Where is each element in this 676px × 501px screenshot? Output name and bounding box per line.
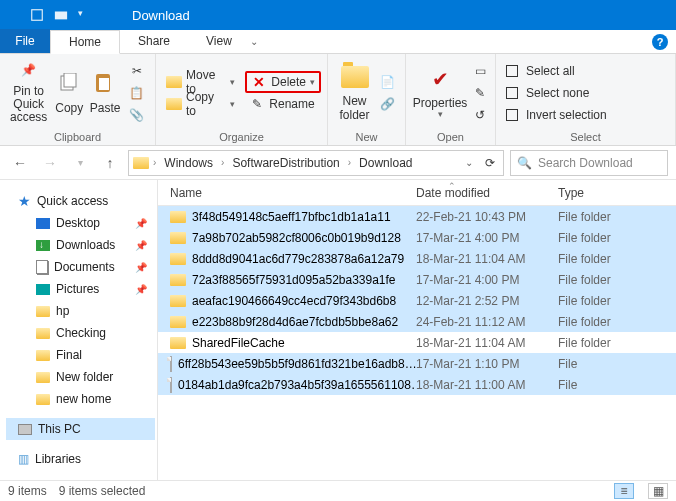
selectall-label: Select all — [526, 64, 575, 78]
nav-back-button[interactable]: ← — [8, 151, 32, 175]
file-list[interactable]: ⌃ Name Date modified Type 3f48d549148c5a… — [158, 180, 676, 480]
nav-newfolder[interactable]: New folder — [6, 366, 155, 388]
tab-share[interactable]: Share — [120, 29, 188, 53]
file-row[interactable]: aeafac190466649cc4ecd79f343bd6b812-Mar-2… — [158, 290, 676, 311]
app-icon — [8, 7, 24, 23]
refresh-icon[interactable]: ⟳ — [481, 156, 499, 170]
file-date: 17-Mar-21 1:10 PM — [416, 357, 558, 371]
file-row[interactable]: e223b88b9f28d4d6ae7fcbdb5bbe8a6224-Feb-2… — [158, 311, 676, 332]
nav-libraries[interactable]: ▥Libraries — [6, 448, 155, 470]
file-icon — [170, 356, 172, 372]
status-selected: 9 items selected — [59, 484, 146, 498]
open-button[interactable]: ▭ — [468, 60, 492, 82]
group-clipboard-label: Clipboard — [0, 131, 155, 145]
file-row[interactable]: 7a98b702ab5982cf8006c0b019b9d12817-Mar-2… — [158, 227, 676, 248]
file-row[interactable]: 0184ab1da9fca2b793a4b5f39a1655561108…18-… — [158, 374, 676, 395]
documents-icon — [36, 260, 48, 274]
selectnone-button[interactable]: Select none — [502, 82, 611, 104]
nav-newhome[interactable]: new home — [6, 388, 155, 410]
selectall-button[interactable]: Select all — [502, 60, 611, 82]
nav-recent-button[interactable]: ▾ — [68, 151, 92, 175]
file-type: File folder — [558, 294, 676, 308]
column-headers[interactable]: Name Date modified Type — [158, 180, 676, 206]
file-icon — [170, 377, 172, 393]
search-input[interactable]: 🔍 Search Download — [510, 150, 668, 176]
svg-rect-0 — [32, 10, 43, 21]
qat-properties-icon[interactable] — [30, 8, 44, 22]
file-date: 22-Feb-21 10:43 PM — [416, 210, 558, 224]
qat-newfolder-icon[interactable] — [54, 8, 68, 22]
properties-button[interactable]: ✔ Properties ▾ — [412, 59, 468, 127]
nav-checking[interactable]: Checking — [6, 322, 155, 344]
file-name: 6ff28b543ee59b5b5f9d861fd321be16adb8… — [178, 357, 416, 371]
copyto-button[interactable]: Copy to▾ — [162, 93, 239, 115]
nav-up-button[interactable]: ↑ — [98, 151, 122, 175]
crumb-2[interactable]: Download — [355, 156, 416, 170]
addr-folder-icon — [133, 157, 149, 169]
copy-button[interactable]: Copy — [51, 59, 87, 127]
tab-file[interactable]: File — [0, 29, 50, 53]
nav-desktop[interactable]: Desktop📌 — [6, 212, 155, 234]
nav-pane[interactable]: ★Quick access Desktop📌 ↓Downloads📌 Docum… — [0, 180, 158, 480]
svg-rect-3 — [64, 73, 76, 87]
nav-pictures[interactable]: Pictures📌 — [6, 278, 155, 300]
col-name[interactable]: Name — [158, 186, 416, 200]
view-details-button[interactable]: ≡ — [614, 483, 634, 499]
edit-button[interactable]: ✎ — [468, 82, 492, 104]
edit-icon: ✎ — [472, 85, 488, 101]
tab-home[interactable]: Home — [50, 30, 120, 54]
copypath-button[interactable]: 📋 — [125, 82, 149, 104]
paste-button[interactable]: Paste — [87, 59, 123, 127]
file-date: 18-Mar-21 11:00 AM — [416, 378, 558, 392]
crumb-0[interactable]: Windows — [160, 156, 217, 170]
file-name: aeafac190466649cc4ecd79f343bd6b8 — [192, 294, 396, 308]
qat-dropdown-icon[interactable]: ▾ — [78, 8, 92, 22]
invertsel-button[interactable]: Invert selection — [502, 104, 611, 126]
path-icon: 📋 — [129, 85, 145, 101]
history-button[interactable]: ↺ — [468, 104, 492, 126]
file-row[interactable]: 8ddd8d9041ac6d779c283878a6a12a7918-Mar-2… — [158, 248, 676, 269]
crumb-1[interactable]: SoftwareDistribution — [228, 156, 343, 170]
file-row[interactable]: SharedFileCache18-Mar-21 11:04 AMFile fo… — [158, 332, 676, 353]
history-icon: ↺ — [472, 107, 488, 123]
file-type: File folder — [558, 336, 676, 350]
pin-icon: 📌 — [15, 61, 43, 81]
col-date[interactable]: Date modified — [416, 186, 558, 200]
open-icon: ▭ — [472, 63, 488, 79]
nav-quickaccess[interactable]: ★Quick access — [6, 190, 155, 212]
addr-dropdown-icon[interactable]: ⌄ — [461, 157, 477, 168]
view-largeicons-button[interactable]: ▦ — [648, 483, 668, 499]
easyaccess-button[interactable]: 🔗 — [375, 93, 399, 115]
rename-icon: ✎ — [249, 96, 265, 112]
help-icon[interactable]: ? — [652, 34, 668, 50]
nav-hp[interactable]: hp — [6, 300, 155, 322]
newitem-button[interactable]: 📄 — [375, 71, 399, 93]
nav-forward-button[interactable]: → — [38, 151, 62, 175]
nav-downloads[interactable]: ↓Downloads📌 — [6, 234, 155, 256]
nav-documents[interactable]: Documents📌 — [6, 256, 155, 278]
cut-button[interactable]: ✂ — [125, 60, 149, 82]
nav-final[interactable]: Final — [6, 344, 155, 366]
newfolder-label: New folder — [336, 95, 373, 121]
newfolder-button[interactable]: New folder — [334, 59, 375, 127]
nav-thispc[interactable]: This PC — [6, 418, 155, 440]
pasteshort-button[interactable]: 📎 — [125, 104, 149, 126]
file-row[interactable]: 6ff28b543ee59b5b5f9d861fd321be16adb8…17-… — [158, 353, 676, 374]
address-row: ← → ▾ ↑ › Windows › SoftwareDistribution… — [0, 146, 676, 180]
folder-icon — [170, 295, 186, 307]
tab-view[interactable]: View — [188, 29, 250, 53]
pin-quickaccess-button[interactable]: 📌 Pin to Quick access — [6, 59, 51, 127]
ribbon-minimize-icon[interactable]: ⌄ — [250, 36, 258, 47]
rename-button[interactable]: ✎Rename — [245, 93, 321, 115]
file-name: 8ddd8d9041ac6d779c283878a6a12a79 — [192, 252, 404, 266]
paste-icon — [91, 70, 119, 98]
delete-button[interactable]: ✕Delete▾ — [245, 71, 321, 93]
file-name: 3f48d549148c5aeff17bfbc1db1a1a11 — [192, 210, 391, 224]
folder-icon — [36, 306, 50, 317]
address-bar[interactable]: › Windows › SoftwareDistribution › Downl… — [128, 150, 504, 176]
col-type[interactable]: Type — [558, 186, 676, 200]
file-row[interactable]: 72a3f88565f75931d095a52ba339a1fe17-Mar-2… — [158, 269, 676, 290]
file-type: File folder — [558, 315, 676, 329]
paste-label: Paste — [90, 102, 121, 115]
file-row[interactable]: 3f48d549148c5aeff17bfbc1db1a1a1122-Feb-2… — [158, 206, 676, 227]
